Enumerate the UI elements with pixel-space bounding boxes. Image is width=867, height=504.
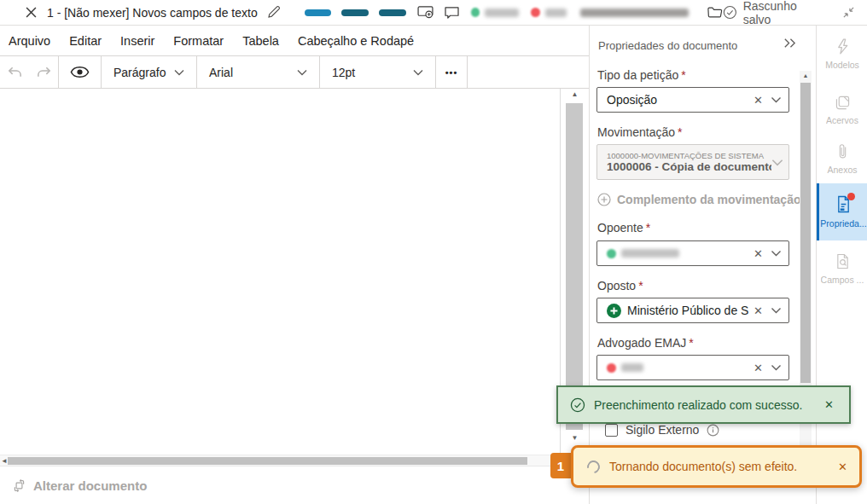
- clear-icon[interactable]: ✕: [754, 304, 763, 317]
- menu-inserir[interactable]: Inserir: [111, 34, 164, 48]
- menu-formatar[interactable]: Formatar: [164, 34, 233, 48]
- plus-circle-icon: [597, 193, 611, 206]
- document-search-icon: [835, 253, 850, 269]
- plus-circle-green-icon: [607, 304, 621, 318]
- collapse-panel-icon[interactable]: [783, 37, 797, 49]
- tab-modelos[interactable]: Modelos: [817, 34, 867, 73]
- properties-panel: Propriedades do documento Tipo da petiçã…: [589, 26, 816, 504]
- movimentacao-group: 1000000-MOVIMENTAÇÕES DE SISTEMA: [607, 151, 771, 160]
- required-marker: *: [681, 68, 685, 82]
- clear-icon[interactable]: ✕: [754, 94, 763, 107]
- success-check-icon: [570, 397, 585, 413]
- advogado-emaj-label: Advogado EMAJ*: [597, 336, 694, 350]
- sigilo-externo-label: Sigilo Externo: [626, 423, 699, 437]
- close-document-icon[interactable]: [26, 7, 37, 18]
- change-document-icon: [12, 478, 26, 493]
- tipo-peticao-select[interactable]: Oposição ✕: [596, 87, 789, 113]
- scroll-down-icon[interactable]: ▼: [564, 434, 585, 442]
- toast-success: Preenchimento realizado com sucesso. ✕: [556, 385, 851, 424]
- draft-status-label: Rascunho salvo: [743, 0, 827, 26]
- toast-success-message: Preenchimento realizado com sucesso.: [594, 398, 816, 412]
- rename-pencil-icon[interactable]: [266, 5, 281, 20]
- tab-acervos[interactable]: Acervos: [817, 90, 867, 130]
- scroll-up-icon[interactable]: ▲: [564, 90, 585, 98]
- opoente-select[interactable]: ✕: [596, 240, 789, 266]
- paragraph-style-value: Parágrafo: [113, 66, 174, 79]
- more-options-button[interactable]: •••: [435, 56, 468, 88]
- oposto-label: Oposto*: [597, 279, 643, 293]
- info-icon[interactable]: [707, 424, 719, 437]
- oposto-select[interactable]: Ministério Público de S ✕: [596, 298, 789, 323]
- advogado-avatar-dot: [607, 363, 616, 373]
- toast-progress-message: Tornando documento(s) sem efeito.: [609, 460, 829, 473]
- editor-horizontal-scrollbar[interactable]: ◄: [0, 455, 560, 466]
- font-size-value: 12pt: [332, 66, 413, 79]
- complemento-label: Complemento da movimentação: [617, 193, 801, 206]
- add-complemento-button[interactable]: Complemento da movimentação: [597, 193, 801, 206]
- folder-icon[interactable]: [707, 6, 723, 19]
- preview-eye-icon[interactable]: [58, 56, 101, 88]
- tab-anexos[interactable]: Anexos: [817, 139, 867, 178]
- menu-arquivo[interactable]: Arquivo: [9, 34, 60, 48]
- sigilo-externo-checkbox[interactable]: [605, 424, 618, 437]
- scroll-up-icon[interactable]: ▲: [800, 72, 812, 78]
- opoente-avatar-dot: [607, 249, 616, 258]
- check-circle-icon: [723, 5, 737, 20]
- redacted-text: [485, 9, 519, 17]
- redacted-text: [621, 249, 679, 258]
- vertical-scroll-thumb[interactable]: [566, 103, 583, 430]
- clear-icon[interactable]: ✕: [754, 247, 763, 260]
- font-family-select[interactable]: Arial: [196, 56, 319, 88]
- chevron-down-icon: [297, 69, 307, 76]
- draft-status: Rascunho salvo: [723, 0, 827, 26]
- chevron-down-icon: [771, 159, 783, 166]
- undo-icon[interactable]: [0, 56, 29, 88]
- toast-close-icon[interactable]: ✕: [838, 461, 847, 473]
- present-screen-icon[interactable]: [417, 6, 434, 19]
- required-marker: *: [638, 279, 643, 293]
- paragraph-style-select[interactable]: Parágrafo: [101, 56, 196, 88]
- sigilo-externo-row: Sigilo Externo: [605, 423, 719, 437]
- scroll-left-icon[interactable]: ◄: [1, 457, 8, 465]
- collaborator-green-dot: [471, 8, 480, 17]
- clear-icon[interactable]: ✕: [754, 362, 763, 374]
- redacted-chip: [305, 9, 332, 16]
- chevron-down-icon: [771, 307, 782, 314]
- toast-close-icon[interactable]: ✕: [824, 398, 834, 411]
- menu-cabecalho-rodape[interactable]: Cabeçalho e Rodapé: [288, 34, 423, 48]
- paperclip-icon: [838, 143, 847, 159]
- font-family-value: Arial: [209, 66, 297, 79]
- collapse-window-icon[interactable]: [842, 6, 855, 19]
- tab-campos[interactable]: Campos ...: [817, 249, 867, 288]
- font-size-select[interactable]: 12pt: [319, 56, 435, 88]
- menubar: Arquivo Editar Inserir Formatar Tabela C…: [0, 26, 589, 56]
- panel-scroll-thumb[interactable]: [800, 83, 811, 383]
- spinner-icon: [585, 458, 602, 476]
- tab-propriedades[interactable]: Proprieda...: [817, 183, 867, 240]
- document-canvas[interactable]: [0, 89, 561, 455]
- collaborator-red-dot: [531, 8, 540, 17]
- required-marker: *: [689, 336, 693, 350]
- redacted-text: [545, 9, 567, 17]
- panel-title: Propriedades do documento: [598, 39, 737, 52]
- required-marker: *: [646, 221, 650, 235]
- menu-editar[interactable]: Editar: [60, 34, 111, 48]
- toast-progress: 1 Tornando documento(s) sem efeito. ✕: [550, 445, 862, 488]
- chevron-down-icon: [413, 69, 423, 76]
- redo-icon[interactable]: [29, 56, 58, 88]
- topbar: 1 - [Não mexer] Novos campos de texto Ra…: [0, 0, 867, 26]
- tipo-peticao-label: Tipo da petição*: [597, 68, 686, 82]
- comments-icon[interactable]: [445, 6, 459, 19]
- horizontal-scroll-thumb[interactable]: [8, 457, 527, 465]
- app-window: 1 - [Não mexer] Novos campos de texto Ra…: [0, 0, 867, 504]
- chevron-down-icon: [771, 250, 782, 257]
- required-marker: *: [678, 125, 682, 139]
- redacted-chip: [341, 9, 369, 16]
- tipo-peticao-value: Oposição: [607, 93, 754, 107]
- chevron-down-icon: [174, 69, 184, 76]
- menu-tabela[interactable]: Tabela: [233, 34, 288, 48]
- advogado-emaj-select[interactable]: ✕: [596, 355, 789, 380]
- redacted-chip: [379, 9, 406, 16]
- alterar-documento-button[interactable]: Alterar documento: [33, 478, 147, 493]
- notification-dot: [847, 193, 855, 200]
